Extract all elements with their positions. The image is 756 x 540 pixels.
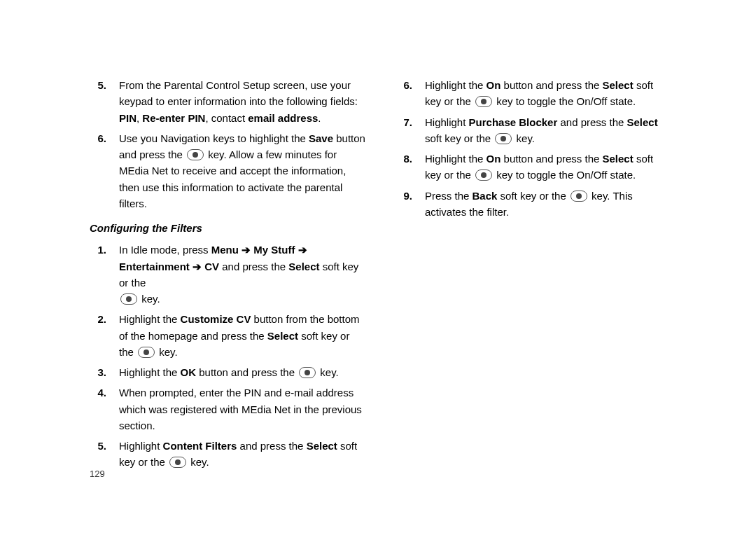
list-item: 2.Highlight the Customize CV button from… — [90, 311, 366, 360]
pre-list: 5.From the Parental Control Setup screen… — [90, 77, 366, 212]
bold-text: Select — [288, 261, 319, 272]
bold-text: email address — [248, 112, 318, 124]
left-column: 5.From the Parental Control Setup screen… — [90, 77, 388, 475]
item-number: 7. — [396, 114, 425, 147]
item-number: 3. — [90, 364, 119, 380]
item-body: Highlight the Customize CV button from t… — [119, 311, 366, 360]
nav-key-icon — [169, 457, 186, 468]
bold-text: On — [486, 79, 501, 91]
list-item: 8.Highlight the On button and press the … — [396, 151, 672, 184]
item-body: Highlight the OK button and press the ke… — [119, 364, 366, 380]
bold-text: OK — [181, 366, 197, 378]
right-list: 6.Highlight the On button and press the … — [396, 77, 672, 220]
item-number: 6. — [396, 77, 425, 110]
bold-text: Back — [472, 190, 498, 202]
item-body: Highlight the On button and press the Se… — [425, 151, 672, 184]
page-number: 129 — [90, 467, 105, 481]
list-item: 6.Highlight the On button and press the … — [396, 77, 672, 110]
item-body: When prompted, enter the PIN and e-mail … — [119, 385, 366, 434]
item-body: Highlight the On button and press the Se… — [425, 77, 672, 110]
left-list: 1.In Idle mode, press Menu ➔ My Stuff ➔ … — [90, 242, 366, 470]
bold-text: Menu — [211, 244, 239, 256]
bold-text: Select — [603, 79, 634, 91]
bold-text: Entertainment — [119, 261, 190, 272]
list-item: 5.From the Parental Control Setup screen… — [90, 77, 366, 126]
bold-text: Select — [603, 153, 634, 165]
nav-key-icon — [120, 293, 137, 305]
arrow-icon: ➔ — [241, 244, 251, 256]
bold-text: Select — [267, 330, 298, 342]
item-body: From the Parental Control Setup screen, … — [119, 77, 366, 126]
list-item: 9.Press the Back soft key or the key. Th… — [396, 188, 672, 221]
item-number: 6. — [90, 130, 119, 212]
bold-text: Select — [307, 440, 337, 452]
bold-text: Purchase Blocker — [469, 116, 558, 128]
bold-text: On — [486, 153, 501, 165]
item-body: Use you Navigation keys to highlight the… — [119, 130, 366, 212]
item-body: Highlight Content Filters and press the … — [119, 438, 366, 471]
list-item: 3.Highlight the OK button and press the … — [90, 364, 366, 380]
bold-text: Re-enter PIN — [142, 112, 205, 124]
bold-text: Customize CV — [181, 313, 251, 325]
list-item: 7.Highlight Purchase Blocker and press t… — [396, 114, 672, 147]
item-number: 5. — [90, 77, 119, 126]
item-body: Highlight Purchase Blocker and press the… — [425, 114, 672, 147]
nav-key-icon — [570, 191, 587, 202]
arrow-icon: ➔ — [298, 244, 307, 256]
section-heading: Configuring the Filters — [90, 220, 366, 236]
item-number: 5. — [90, 438, 119, 471]
nav-key-icon — [299, 367, 316, 378]
item-body: Press the Back soft key or the key. This… — [425, 188, 672, 221]
item-number: 8. — [396, 151, 425, 184]
right-column: 6.Highlight the On button and press the … — [388, 77, 700, 475]
item-body: In Idle mode, press Menu ➔ My Stuff ➔ En… — [119, 242, 366, 307]
nav-key-icon — [495, 133, 512, 144]
bold-text: Content Filters — [163, 440, 237, 452]
page: 5.From the Parental Control Setup screen… — [0, 0, 756, 475]
arrow-icon: ➔ — [192, 261, 202, 272]
item-number: 4. — [90, 385, 119, 434]
list-item: 5.Highlight Content Filters and press th… — [90, 438, 366, 471]
nav-key-icon — [138, 347, 155, 358]
list-item: 1.In Idle mode, press Menu ➔ My Stuff ➔ … — [90, 242, 366, 307]
nav-key-icon — [475, 169, 492, 181]
item-number: 2. — [90, 311, 119, 360]
bold-text: PIN — [119, 112, 136, 124]
nav-key-icon — [475, 96, 492, 107]
bold-text: Save — [309, 132, 333, 144]
item-number: 1. — [90, 242, 119, 307]
bold-text: My Stuff — [253, 244, 295, 256]
bold-text: Select — [627, 116, 658, 128]
nav-key-icon — [187, 149, 204, 160]
bold-text: CV — [204, 261, 219, 272]
list-item: 4.When prompted, enter the PIN and e-mai… — [90, 385, 366, 434]
item-number: 9. — [396, 188, 425, 221]
list-item: 6.Use you Navigation keys to highlight t… — [90, 130, 366, 212]
